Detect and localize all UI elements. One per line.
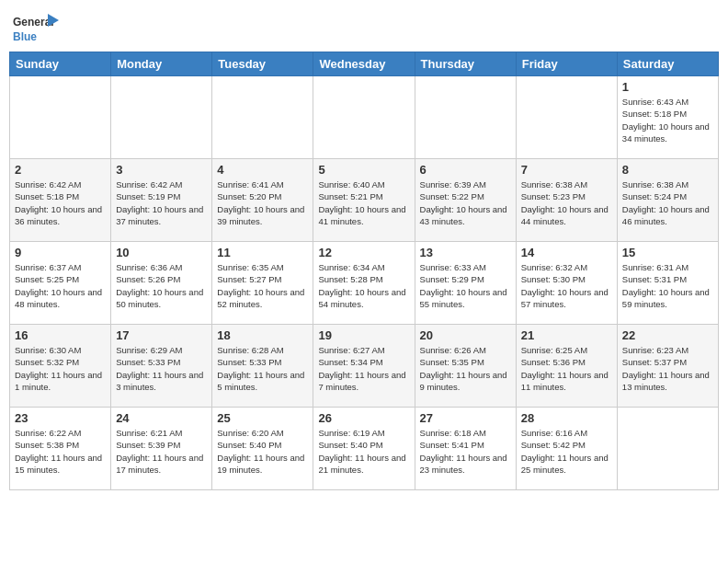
day-number: 23 — [15, 411, 106, 425]
day-number: 12 — [318, 246, 409, 259]
calendar-cell — [111, 76, 212, 159]
calendar-cell: 1Sunrise: 6:43 AM Sunset: 5:18 PM Daylig… — [617, 76, 718, 159]
day-info: Sunrise: 6:28 AM Sunset: 5:33 PM Dayligh… — [217, 344, 308, 393]
day-number: 13 — [420, 246, 511, 259]
day-number: 11 — [217, 246, 308, 259]
weekday-header-sunday: Sunday — [10, 52, 111, 76]
day-info: Sunrise: 6:34 AM Sunset: 5:28 PM Dayligh… — [318, 261, 409, 310]
calendar-cell: 10Sunrise: 6:36 AM Sunset: 5:26 PM Dayli… — [111, 242, 212, 325]
day-info: Sunrise: 6:31 AM Sunset: 5:31 PM Dayligh… — [622, 261, 713, 310]
page-header: GeneralBlue — [9, 9, 719, 46]
week-row-1: 1Sunrise: 6:43 AM Sunset: 5:18 PM Daylig… — [10, 76, 719, 159]
logo: GeneralBlue — [13, 9, 59, 46]
day-number: 5 — [318, 163, 409, 177]
day-info: Sunrise: 6:25 AM Sunset: 5:36 PM Dayligh… — [521, 344, 612, 393]
calendar-cell: 26Sunrise: 6:19 AM Sunset: 5:40 PM Dayli… — [313, 408, 415, 490]
calendar-cell: 13Sunrise: 6:33 AM Sunset: 5:29 PM Dayli… — [415, 242, 516, 325]
day-info: Sunrise: 6:30 AM Sunset: 5:32 PM Dayligh… — [15, 344, 106, 393]
day-info: Sunrise: 6:39 AM Sunset: 5:22 PM Dayligh… — [420, 178, 511, 227]
week-row-2: 2Sunrise: 6:42 AM Sunset: 5:18 PM Daylig… — [10, 159, 719, 242]
day-number: 26 — [318, 411, 409, 425]
calendar-cell: 17Sunrise: 6:29 AM Sunset: 5:33 PM Dayli… — [111, 325, 212, 408]
day-info: Sunrise: 6:38 AM Sunset: 5:23 PM Dayligh… — [521, 178, 612, 227]
calendar-cell: 27Sunrise: 6:18 AM Sunset: 5:41 PM Dayli… — [415, 408, 516, 490]
calendar-cell: 20Sunrise: 6:26 AM Sunset: 5:35 PM Dayli… — [415, 325, 516, 408]
day-number: 17 — [116, 328, 207, 342]
day-number: 10 — [116, 246, 207, 259]
day-number: 24 — [116, 411, 207, 425]
logo-svg: GeneralBlue — [13, 9, 59, 46]
day-number: 4 — [217, 163, 308, 177]
week-row-3: 9Sunrise: 6:37 AM Sunset: 5:25 PM Daylig… — [10, 242, 719, 325]
weekday-header-monday: Monday — [111, 52, 212, 76]
calendar-cell: 11Sunrise: 6:35 AM Sunset: 5:27 PM Dayli… — [212, 242, 313, 325]
calendar-cell — [313, 76, 415, 159]
calendar-cell: 5Sunrise: 6:40 AM Sunset: 5:21 PM Daylig… — [313, 159, 415, 242]
day-number: 9 — [15, 246, 106, 259]
weekday-header-wednesday: Wednesday — [313, 52, 415, 76]
day-info: Sunrise: 6:21 AM Sunset: 5:39 PM Dayligh… — [116, 427, 207, 476]
calendar-cell: 6Sunrise: 6:39 AM Sunset: 5:22 PM Daylig… — [415, 159, 516, 242]
day-number: 2 — [15, 163, 106, 177]
day-number: 14 — [521, 246, 612, 259]
day-number: 16 — [15, 328, 106, 342]
calendar-cell — [516, 76, 617, 159]
calendar-cell: 23Sunrise: 6:22 AM Sunset: 5:38 PM Dayli… — [10, 408, 111, 490]
day-number: 19 — [318, 328, 409, 342]
calendar-cell: 7Sunrise: 6:38 AM Sunset: 5:23 PM Daylig… — [516, 159, 617, 242]
day-info: Sunrise: 6:32 AM Sunset: 5:30 PM Dayligh… — [521, 261, 612, 310]
day-number: 25 — [217, 411, 308, 425]
day-info: Sunrise: 6:27 AM Sunset: 5:34 PM Dayligh… — [318, 344, 409, 393]
weekday-header-thursday: Thursday — [415, 52, 516, 76]
calendar-cell: 16Sunrise: 6:30 AM Sunset: 5:32 PM Dayli… — [10, 325, 111, 408]
day-info: Sunrise: 6:38 AM Sunset: 5:24 PM Dayligh… — [622, 178, 713, 227]
calendar-cell: 24Sunrise: 6:21 AM Sunset: 5:39 PM Dayli… — [111, 408, 212, 490]
day-number: 18 — [217, 328, 308, 342]
day-info: Sunrise: 6:41 AM Sunset: 5:20 PM Dayligh… — [217, 178, 308, 227]
day-info: Sunrise: 6:18 AM Sunset: 5:41 PM Dayligh… — [420, 427, 511, 476]
day-info: Sunrise: 6:20 AM Sunset: 5:40 PM Dayligh… — [217, 427, 308, 476]
calendar-cell: 3Sunrise: 6:42 AM Sunset: 5:19 PM Daylig… — [111, 159, 212, 242]
week-row-4: 16Sunrise: 6:30 AM Sunset: 5:32 PM Dayli… — [10, 325, 719, 408]
day-info: Sunrise: 6:23 AM Sunset: 5:37 PM Dayligh… — [622, 344, 713, 393]
calendar-cell — [415, 76, 516, 159]
day-number: 8 — [622, 163, 713, 177]
svg-text:Blue: Blue — [13, 30, 37, 43]
weekday-header-saturday: Saturday — [617, 52, 718, 76]
day-info: Sunrise: 6:35 AM Sunset: 5:27 PM Dayligh… — [217, 261, 308, 310]
day-info: Sunrise: 6:29 AM Sunset: 5:33 PM Dayligh… — [116, 344, 207, 393]
calendar-cell: 19Sunrise: 6:27 AM Sunset: 5:34 PM Dayli… — [313, 325, 415, 408]
calendar-cell: 2Sunrise: 6:42 AM Sunset: 5:18 PM Daylig… — [10, 159, 111, 242]
calendar-cell: 25Sunrise: 6:20 AM Sunset: 5:40 PM Dayli… — [212, 408, 313, 490]
calendar-cell: 21Sunrise: 6:25 AM Sunset: 5:36 PM Dayli… — [516, 325, 617, 408]
day-info: Sunrise: 6:42 AM Sunset: 5:18 PM Dayligh… — [15, 178, 106, 227]
day-number: 21 — [521, 328, 612, 342]
calendar-cell — [10, 76, 111, 159]
weekday-header-friday: Friday — [516, 52, 617, 76]
day-info: Sunrise: 6:19 AM Sunset: 5:40 PM Dayligh… — [318, 427, 409, 476]
day-info: Sunrise: 6:42 AM Sunset: 5:19 PM Dayligh… — [116, 178, 207, 227]
calendar-cell: 12Sunrise: 6:34 AM Sunset: 5:28 PM Dayli… — [313, 242, 415, 325]
calendar-cell: 15Sunrise: 6:31 AM Sunset: 5:31 PM Dayli… — [617, 242, 718, 325]
day-info: Sunrise: 6:16 AM Sunset: 5:42 PM Dayligh… — [521, 427, 612, 476]
day-info: Sunrise: 6:43 AM Sunset: 5:18 PM Dayligh… — [622, 96, 713, 144]
day-number: 27 — [420, 411, 511, 425]
calendar-cell: 9Sunrise: 6:37 AM Sunset: 5:25 PM Daylig… — [10, 242, 111, 325]
day-number: 7 — [521, 163, 612, 177]
day-info: Sunrise: 6:37 AM Sunset: 5:25 PM Dayligh… — [15, 261, 106, 310]
weekday-header-row: SundayMondayTuesdayWednesdayThursdayFrid… — [10, 52, 719, 76]
calendar-cell: 18Sunrise: 6:28 AM Sunset: 5:33 PM Dayli… — [212, 325, 313, 408]
day-info: Sunrise: 6:26 AM Sunset: 5:35 PM Dayligh… — [420, 344, 511, 393]
day-number: 20 — [420, 328, 511, 342]
day-number: 28 — [521, 411, 612, 425]
calendar-cell — [617, 408, 718, 490]
calendar-cell: 14Sunrise: 6:32 AM Sunset: 5:30 PM Dayli… — [516, 242, 617, 325]
calendar-cell: 28Sunrise: 6:16 AM Sunset: 5:42 PM Dayli… — [516, 408, 617, 490]
day-number: 6 — [420, 163, 511, 177]
calendar: SundayMondayTuesdayWednesdayThursdayFrid… — [9, 52, 719, 490]
day-info: Sunrise: 6:22 AM Sunset: 5:38 PM Dayligh… — [15, 427, 106, 476]
week-row-5: 23Sunrise: 6:22 AM Sunset: 5:38 PM Dayli… — [10, 408, 719, 490]
day-info: Sunrise: 6:36 AM Sunset: 5:26 PM Dayligh… — [116, 261, 207, 310]
calendar-cell: 8Sunrise: 6:38 AM Sunset: 5:24 PM Daylig… — [617, 159, 718, 242]
calendar-cell — [212, 76, 313, 159]
